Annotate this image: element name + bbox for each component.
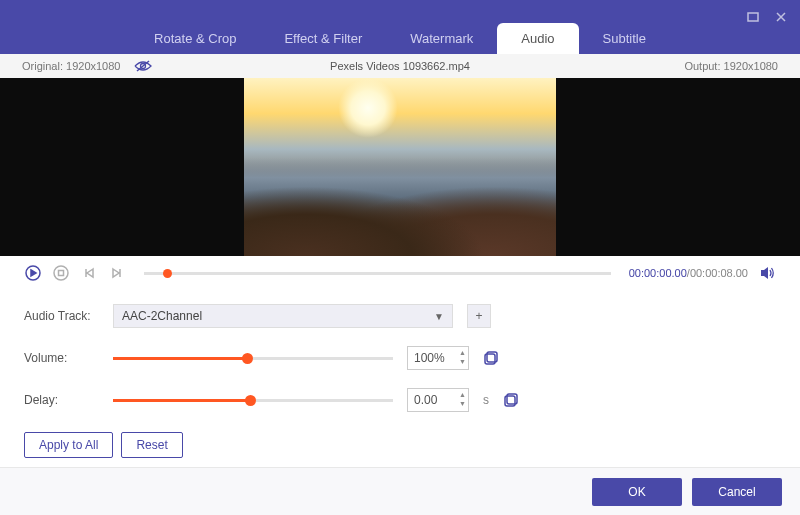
- delay-unit: s: [483, 393, 489, 407]
- video-player: [0, 78, 800, 256]
- svg-rect-0: [748, 13, 758, 21]
- tab-audio[interactable]: Audio: [497, 23, 578, 54]
- infobar: Original: 1920x1080 Pexels Videos 109366…: [0, 54, 800, 78]
- audio-track-label: Audio Track:: [24, 309, 99, 323]
- cancel-button[interactable]: Cancel: [692, 478, 782, 506]
- time-display: 00:00:00.00/00:00:08.00: [629, 267, 748, 279]
- eye-off-icon[interactable]: [134, 60, 152, 72]
- output-resolution: Output: 1920x1080: [684, 60, 778, 72]
- volume-value[interactable]: 100% ▲▼: [407, 346, 469, 370]
- prev-frame-icon[interactable]: [80, 264, 98, 282]
- footer: OK Cancel: [0, 467, 800, 515]
- volume-down-icon[interactable]: ▼: [459, 357, 466, 366]
- apply-to-all-button[interactable]: Apply to All: [24, 432, 113, 458]
- delay-slider[interactable]: [113, 399, 393, 402]
- chevron-down-icon: ▼: [434, 311, 444, 322]
- tab-watermark[interactable]: Watermark: [386, 23, 497, 54]
- delay-down-icon[interactable]: ▼: [459, 399, 466, 408]
- volume-up-icon[interactable]: ▲: [459, 348, 466, 357]
- titlebar: Rotate & Crop Effect & Filter Watermark …: [0, 0, 800, 54]
- audio-settings: Audio Track: AAC-2Channel ▼ + Volume: 10…: [0, 290, 800, 467]
- tab-rotate-crop[interactable]: Rotate & Crop: [130, 23, 260, 54]
- next-frame-icon[interactable]: [108, 264, 126, 282]
- audio-track-value: AAC-2Channel: [122, 309, 202, 323]
- stop-icon[interactable]: [52, 264, 70, 282]
- tab-subtitle[interactable]: Subtitle: [579, 23, 670, 54]
- svg-point-4: [54, 266, 68, 280]
- volume-icon[interactable]: [758, 264, 776, 282]
- volume-slider[interactable]: [113, 357, 393, 360]
- original-resolution: Original: 1920x1080: [22, 60, 120, 72]
- delay-label: Delay:: [24, 393, 99, 407]
- editor-window: Rotate & Crop Effect & Filter Watermark …: [0, 0, 800, 515]
- timeline[interactable]: [144, 272, 611, 275]
- minimize-icon[interactable]: [746, 10, 760, 24]
- audio-track-select[interactable]: AAC-2Channel ▼: [113, 304, 453, 328]
- close-icon[interactable]: [774, 10, 788, 24]
- volume-thumb[interactable]: [242, 353, 253, 364]
- video-preview[interactable]: [244, 78, 556, 256]
- delay-extra-icon[interactable]: [503, 392, 519, 408]
- delay-value[interactable]: 0.00 ▲▼: [407, 388, 469, 412]
- tab-effect-filter[interactable]: Effect & Filter: [260, 23, 386, 54]
- delay-thumb[interactable]: [245, 395, 256, 406]
- volume-label: Volume:: [24, 351, 99, 365]
- play-icon[interactable]: [24, 264, 42, 282]
- add-track-button[interactable]: +: [467, 304, 491, 328]
- timeline-playhead[interactable]: [163, 269, 172, 278]
- delay-up-icon[interactable]: ▲: [459, 390, 466, 399]
- svg-rect-5: [59, 271, 64, 276]
- volume-extra-icon[interactable]: [483, 350, 499, 366]
- player-controls: 00:00:00.00/00:00:08.00: [0, 256, 800, 290]
- filename: Pexels Videos 1093662.mp4: [330, 60, 470, 72]
- tabs: Rotate & Crop Effect & Filter Watermark …: [0, 23, 800, 54]
- reset-button[interactable]: Reset: [121, 432, 182, 458]
- ok-button[interactable]: OK: [592, 478, 682, 506]
